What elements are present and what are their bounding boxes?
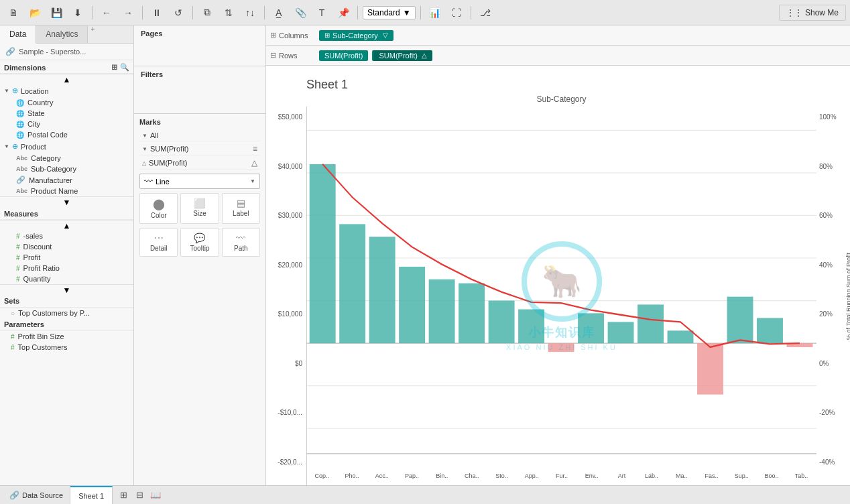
field-category[interactable]: Abc Category [0,153,133,164]
redo-btn[interactable]: → [119,4,137,21]
chart-body: 🐂 小牛知识库 XIAO NIU ZHI SHI KU [306,107,816,485]
bottom-datasource-tab[interactable]: 🔗 Data Source [3,486,70,504]
dimensions-header: Dimensions ⊞ 🔍 [0,60,133,74]
marks-label-btn[interactable]: ▤ Label [222,193,260,224]
marks-row-sum-profit-bar[interactable]: ▼ SUM(Profit) ≡ [139,143,260,155]
x-label-cha: Cha.. [457,472,487,479]
field-profit[interactable]: # Profit [0,252,133,263]
marks-path-btn[interactable]: 〰 Path [222,228,260,257]
y-right-neg40: -40% [819,458,835,466]
y-right-0: 0% [819,360,829,367]
path-icon: 〰 [236,233,245,243]
save-as-btn[interactable]: ⬇ [68,4,87,21]
tab-analytics-label: Analytics [46,29,78,39]
columns-label-text: Columns [279,32,308,40]
sub-category-pill[interactable]: ⊞ Sub-Category ▽ [319,30,393,41]
viz-container: $50,000 $40,000 $30,000 $20,000 $10,000 … [266,107,850,485]
tooltip-btn[interactable]: 📎 [291,4,310,21]
field-profit-ratio[interactable]: # Profit Ratio [0,263,133,273]
share-btn[interactable]: ⎇ [476,4,495,21]
marks-title: Marks [139,118,260,126]
field-postal-code[interactable]: 🌐 Postal Code [0,129,133,140]
detail-icon: ⋯ [154,233,164,243]
marks-color-btn[interactable]: ⬤ Color [139,193,178,224]
pin-btn[interactable]: 📌 [334,4,353,21]
tooltip-label: Tooltip [190,245,210,252]
marks-row-sum-profit-line[interactable]: △ SUM(Profit) △ [139,157,260,170]
field-top-customers-param[interactable]: # Top Customers [0,342,133,353]
standard-dropdown[interactable]: Standard ▼ [363,6,416,19]
sidebar-tab-add[interactable]: + [90,25,95,43]
x-label-sto: Sto.. [487,472,517,479]
fields-area: ▲ ▼ ⊕ Location 🌐 Country 🌐 State 🌐 [0,74,133,485]
field-top-customers-set[interactable]: ○ Top Customers by P... [0,308,133,318]
svg-rect-17 [578,313,604,343]
tab-data[interactable]: Data [0,25,36,44]
svg-rect-14 [489,301,515,344]
new-worksheet-icon: ⊞ [120,490,127,500]
bottom-sheet1-tab[interactable]: Sheet 1 [70,486,113,504]
swap-rows-cols-btn[interactable]: ⇅ [219,4,238,21]
highlight-btn[interactable]: A̲ [269,4,288,21]
measures-scroll-up[interactable]: ▲ [0,220,133,231]
sub-category-pill-icon: ⊞ [324,32,330,39]
field-discount[interactable]: # Discount [0,241,133,252]
marks-tooltip-btn[interactable]: 💬 Tooltip [180,228,219,257]
new-story-btn[interactable]: 📖 [147,487,164,503]
sum-profit-pill-1-text: SUM(Profit) [324,52,363,60]
svg-rect-8 [310,164,336,343]
product-group-header[interactable]: ▼ ⊕ Product [0,140,133,153]
globe-icon-city: 🌐 [16,121,24,128]
open-btn[interactable]: 📂 [25,4,44,21]
save-btn[interactable]: 💾 [47,4,66,21]
marks-detail-btn[interactable]: ⋯ Detail [139,228,178,257]
refresh-btn[interactable]: ↺ [169,4,188,21]
undo-btn[interactable]: ← [97,4,116,21]
field-state[interactable]: 🌐 State [0,108,133,119]
sep2 [142,6,143,19]
pause-btn[interactable]: ⏸ [147,4,166,21]
chart-svg [307,107,816,485]
data-source-row: 🔗 Sample - Supersto... [0,44,133,60]
location-group-header[interactable]: ▼ ⊕ Location [0,84,133,97]
measures-scroll-down[interactable]: ▼ [0,284,133,295]
new-worksheet-btn[interactable]: ⊞ [115,487,131,503]
x-label-fas: Fas.. [696,472,727,479]
sum-profit-pill-1[interactable]: SUM(Profit) [319,50,368,61]
marks-bar-chart-icon: ≡ [253,144,257,153]
chart-type-btn[interactable]: 📊 [426,4,444,21]
dimensions-search-icon[interactable]: 🔍 [120,63,129,72]
svg-rect-19 [638,304,664,343]
marks-size-btn[interactable]: ⬜ Size [180,193,219,224]
field-sales[interactable]: # -sales [0,231,133,241]
new-workbook-btn[interactable]: 🗎 [4,4,23,21]
fullscreen-btn[interactable]: ⛶ [447,4,466,21]
dimensions-grid-icon[interactable]: ⊞ [111,63,117,72]
field-country[interactable]: 🌐 Country [0,97,133,108]
marks-type-dropdown[interactable]: 〰 Line ▼ [139,174,260,189]
show-me-button[interactable]: ⋮⋮ Show Me [779,5,846,21]
field-profit-bin-size[interactable]: # Profit Bin Size [0,331,133,342]
tab-analytics[interactable]: Analytics [36,25,88,43]
field-sub-category[interactable]: Abc Sub-Category [0,164,133,174]
product-group-label: Product [21,143,46,151]
field-city[interactable]: 🌐 City [0,119,133,129]
field-product-name[interactable]: Abc Product Name [0,186,133,196]
new-dashboard-btn[interactable]: ⊟ [131,487,147,503]
text-btn[interactable]: T [312,4,331,21]
measures-label: Measures [4,210,38,218]
tab-data-label: Data [9,29,26,39]
sum-profit-pill-2[interactable]: SUM(Profit) △ [372,50,432,61]
data-source-label[interactable]: Sample - Supersto... [19,48,86,56]
filters-title: Filters [141,70,259,78]
duplicate-btn[interactable]: ⧉ [198,4,217,21]
parameters-label: Parameters [4,320,44,328]
field-quantity[interactable]: # Quantity [0,273,133,284]
dimensions-scroll-down[interactable]: ▼ [0,196,133,207]
sort-asc-btn[interactable]: ↑↓ [241,4,259,21]
top-customers-set-label: Top Customers by P... [18,309,90,317]
dimensions-scroll-up[interactable]: ▲ [0,74,133,84]
marks-row-all[interactable]: ▼ All [139,130,260,141]
sum-profit-pill-2-text: SUM(Profit) [379,52,417,60]
field-manufacturer[interactable]: 🔗 Manufacturer [0,174,133,186]
